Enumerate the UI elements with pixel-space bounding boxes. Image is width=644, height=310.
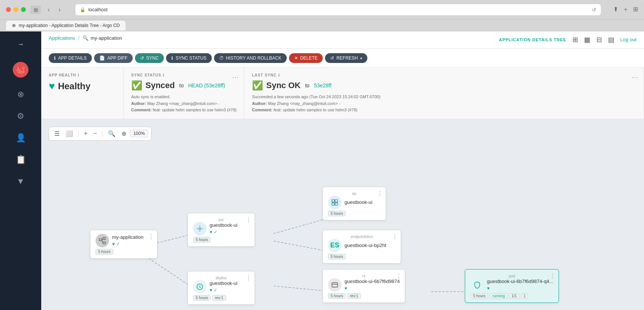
sidebar-toggle[interactable]: ▤ — [30, 6, 41, 14]
app-health-title: APP HEALTH — [49, 73, 76, 77]
rs-badge-rev: rev:1 — [347, 293, 361, 299]
tree-view-icon[interactable]: ⊞ — [572, 36, 578, 44]
new-tab-icon[interactable]: ＋ — [623, 6, 629, 13]
active-tab[interactable]: ⊕ my-application - Application Details T… — [6, 21, 126, 30]
back-button[interactable]: ‹ — [45, 5, 52, 15]
last-sync-more[interactable]: ⋯ — [632, 73, 638, 81]
share-icon[interactable]: ⬆ — [613, 6, 618, 13]
sidebar-item-filter[interactable]: ▼ — [0, 172, 41, 191]
close-button[interactable] — [6, 7, 11, 12]
sync-status-button[interactable]: ℹ SYNC STATUS — [166, 53, 211, 63]
delete-button[interactable]: ✕ DELETE — [289, 53, 323, 63]
grid-icon[interactable]: ⊞ — [633, 6, 638, 13]
pod-node-more[interactable]: ⋮ — [550, 273, 556, 280]
zoom-reset-btn[interactable]: ⊕ — [119, 129, 129, 139]
app-details-button[interactable]: ℹ APP DETAILS — [49, 53, 92, 63]
list-view-icon[interactable]: ▤ — [608, 36, 614, 44]
sync-commit-link[interactable]: HEAD (53e28ff) — [188, 82, 225, 88]
rs-icon — [328, 278, 341, 292]
deploy-badge-rev: rev:1 — [212, 295, 226, 301]
forward-button[interactable]: › — [56, 5, 63, 15]
sidebar: → 🐙 ⊗ ⚙ 👤 📋 ▼ — [0, 31, 41, 310]
canvas-area[interactable]: ☰ ⬜ + − 🔍 ⊕ 100% — [41, 119, 644, 310]
health-status: ♥ Healthy — [49, 80, 116, 92]
endpointslice-badge-time: 5 hours — [328, 254, 346, 259]
endpointslice-node-name: guestbook-ui-bp2ht — [344, 243, 386, 248]
sync-status-icon: ℹ — [171, 55, 173, 61]
sync-panel-more[interactable]: ⋯ — [232, 73, 239, 81]
deploy-badge-time: 5 hours — [193, 295, 211, 301]
address-bar[interactable]: 🔒 localhost ↺ — [75, 4, 601, 16]
last-sync-details: Succeeded a few seconds ago (Tue Oct 24 … — [252, 94, 636, 114]
node-ep[interactable]: ep guestbook-ui — [322, 187, 386, 220]
reload-icon[interactable]: ↺ — [592, 7, 596, 13]
breadcrumb-link-applications[interactable]: Applications — [49, 35, 75, 41]
image-view-btn[interactable]: ⬜ — [63, 129, 75, 139]
pod-badge-running: running — [490, 293, 507, 299]
minimize-button[interactable] — [13, 7, 18, 12]
network-view-icon[interactable]: ⊟ — [596, 36, 602, 44]
node-pod[interactable]: pod guestbook-ui-6b7f6d9874-q4... ♥ — [465, 269, 559, 303]
svg-line-10 — [102, 240, 103, 243]
root-badge-time: 5 hours — [96, 249, 113, 255]
sidebar-item-layers[interactable]: ⊗ — [0, 85, 41, 104]
app-health-info-icon[interactable]: ℹ — [78, 73, 79, 77]
svg-rect-17 — [332, 283, 338, 287]
sync-status-info-icon[interactable]: ℹ — [163, 73, 165, 77]
logout-button[interactable]: Log out — [620, 37, 637, 42]
ep-node-more[interactable]: ⋮ — [377, 190, 383, 197]
flow-diagram: my-application ♥ ✓ ⋮ 5 hours — [41, 119, 644, 310]
root-node-more[interactable]: ⋮ — [148, 233, 154, 240]
svc-node-more[interactable]: ⋮ — [246, 216, 252, 223]
ep-type-label: ep — [328, 192, 380, 196]
sidebar-item-user[interactable]: 👤 — [0, 129, 41, 147]
last-sync-to-label: to — [305, 82, 310, 88]
root-node-name: my-application — [112, 234, 144, 240]
last-sync-commit-link[interactable]: 53e28ff — [314, 82, 331, 88]
layers-icon: ⊗ — [17, 90, 24, 99]
deploy-node-more[interactable]: ⋮ — [246, 274, 252, 282]
zoom-in-btn[interactable]: + — [82, 129, 90, 138]
node-root[interactable]: my-application ♥ ✓ ⋮ 5 hours — [90, 230, 157, 259]
svc-type-label: svc — [193, 218, 249, 222]
sync-status-text: Synced — [145, 81, 175, 90]
sync-button[interactable]: ↺ SYNC — [135, 53, 164, 63]
status-panels: APP HEALTH ℹ ♥ Healthy SYNC STATUS ℹ ⋯ — [41, 68, 644, 119]
sidebar-item-settings[interactable]: ⚙ — [0, 107, 41, 126]
app-details-icon: ℹ — [54, 55, 56, 61]
sync-status-details: Auto sync is enabled. Author: May Zhang … — [131, 94, 237, 114]
sidebar-expand[interactable]: → — [14, 37, 27, 51]
node-rs[interactable]: rs guestbook-ui-6b7f6d9874 — [322, 269, 405, 303]
node-svc[interactable]: svc guestbook-ui ♥ — [187, 213, 255, 247]
pod-node-name: guestbook-ui-6b7f6d9874-q4... — [487, 279, 553, 284]
zoom-out-btn[interactable]: − — [91, 129, 99, 138]
delete-icon: ✕ — [294, 55, 298, 61]
breadcrumb-separator: / — [78, 35, 79, 41]
grid-view-icon[interactable]: ▦ — [584, 36, 590, 44]
maximize-button[interactable] — [21, 7, 26, 12]
current-app-name: my-application — [91, 35, 122, 41]
app-diff-button[interactable]: 📄 APP DIFF — [94, 53, 133, 63]
svc-icon — [193, 222, 207, 235]
last-sync-panel: LAST SYNC ℹ ⋯ ✅ Sync OK to 53e28ff Succe… — [244, 68, 644, 119]
history-rollback-button[interactable]: ⏱ HISTORY AND ROLLBACK — [214, 53, 287, 63]
deploy-type-label: deploy — [193, 276, 249, 280]
node-endpointslice[interactable]: endpointslice ES guestbook-ui-bp2ht ⋮ 5 … — [322, 230, 401, 264]
sidebar-item-octopus[interactable]: 🐙 — [0, 57, 41, 82]
settings-icon: ⚙ — [17, 111, 24, 121]
sidebar-item-docs[interactable]: 📋 — [0, 150, 41, 169]
endpointslice-node-more[interactable]: ⋮ — [392, 233, 398, 240]
user-icon: 👤 — [16, 133, 26, 143]
list-view-btn[interactable]: ☰ — [52, 129, 62, 139]
rs-node-more[interactable]: ⋮ — [396, 273, 402, 280]
pod-badge-time: 5 hours — [470, 293, 488, 299]
node-deploy[interactable]: deploy guestbook-ui — [187, 271, 255, 305]
refresh-button[interactable]: ↺ REFRESH ▾ — [325, 53, 367, 63]
zoom-fit-btn[interactable]: 🔍 — [106, 129, 118, 139]
last-sync-info-icon[interactable]: ℹ — [278, 73, 280, 77]
auto-sync-text: Auto sync is enabled. — [131, 94, 171, 99]
rs-type-label: rs — [328, 274, 400, 278]
toolbar-divider-2 — [102, 130, 103, 137]
sync-status-title: SYNC STATUS — [131, 73, 161, 77]
pod-badge-count: 1 — [521, 293, 529, 299]
